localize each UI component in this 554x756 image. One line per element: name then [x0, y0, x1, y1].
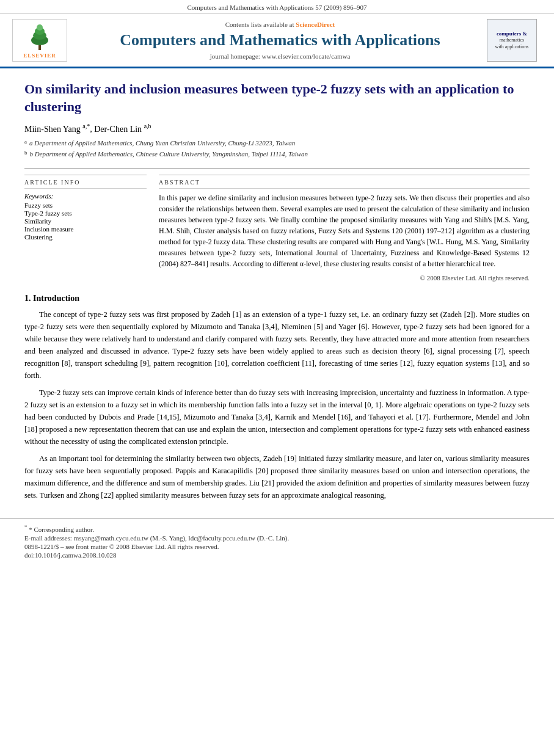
journal-header: ELSEVIER Contents lists available at Sci… — [0, 14, 554, 68]
keywords-label: Keywords: — [24, 192, 147, 200]
journal-title: Computers and Mathematics with Applicati… — [73, 31, 487, 49]
doi-note: doi:10.1016/j.camwa.2008.10.028 — [24, 551, 530, 559]
sciencedirect-line: Contents lists available at ScienceDirec… — [73, 21, 487, 28]
article-info-column: ARTICLE INFO Keywords: Fuzzy sets Type-2… — [24, 175, 147, 282]
intro-paragraph-2: Type-2 fuzzy sets can improve certain ki… — [24, 387, 530, 448]
affiliation-1: aa Department of Applied Mathematics, Ch… — [24, 138, 530, 148]
keyword-similarity: Similarity — [24, 217, 147, 225]
svg-rect-0 — [38, 45, 41, 50]
sciencedirect-link[interactable]: ScienceDirect — [296, 21, 335, 28]
abstract-header: ABSTRACT — [159, 175, 530, 189]
elsevier-logo-area: ELSEVIER — [12, 19, 73, 62]
affiliations: aa Department of Applied Mathematics, Ch… — [24, 138, 530, 159]
article-title: On similarity and inclusion measures bet… — [24, 81, 530, 115]
header-center-block: Contents lists available at ScienceDirec… — [73, 21, 487, 59]
issn-note: 0898-1221/$ – see front matter © 2008 El… — [24, 543, 530, 550]
affiliation-2: bb Department of Applied Mathematics, Ch… — [24, 149, 530, 159]
intro-paragraph-3: As an important tool for determining the… — [24, 453, 530, 501]
elsevier-tree-icon — [21, 22, 58, 51]
section-1-title: 1. Introduction — [24, 294, 530, 303]
top-citation: Computers and Mathematics with Applicati… — [0, 0, 554, 14]
brand-logo-subtitle: mathematicswith applications — [495, 37, 529, 50]
page-footer: * * Corresponding author. E-mail address… — [0, 518, 554, 562]
journal-brand-logo: computers & mathematicswith applications — [487, 19, 537, 62]
elsevier-text: ELSEVIER — [23, 53, 56, 59]
right-logo-area: computers & mathematicswith applications — [487, 19, 542, 62]
article-info-abstract-section: ARTICLE INFO Keywords: Fuzzy sets Type-2… — [24, 175, 530, 282]
abstract-body: In this paper we define similarity and i… — [159, 192, 530, 269]
article-info-header: ARTICLE INFO — [24, 175, 147, 189]
keyword-fuzzy-sets: Fuzzy sets — [24, 202, 147, 209]
copyright-notice: © 2008 Elsevier Ltd. All rights reserved… — [159, 274, 530, 282]
brand-logo-title: computers & — [497, 31, 527, 38]
svg-point-4 — [37, 24, 43, 31]
keyword-clustering: Clustering — [24, 233, 147, 241]
abstract-column: ABSTRACT In this paper we define similar… — [159, 175, 530, 282]
main-content: On similarity and inclusion measures bet… — [0, 68, 554, 518]
intro-paragraph-1: The concept of type-2 fuzzy sets was fir… — [24, 308, 530, 382]
homepage-line: journal homepage: www.elsevier.com/locat… — [73, 53, 487, 60]
email-note: E-mail addresses: msyang@math.cycu.edu.t… — [24, 534, 530, 542]
authors-line: Miin-Shen Yang a,*, Der-Chen Lin a,b — [24, 123, 530, 134]
corresponding-author-note: * * Corresponding author. — [24, 524, 530, 533]
elsevier-logo-box: ELSEVIER — [12, 19, 67, 62]
header-divider — [24, 168, 530, 169]
keyword-inclusion-measure: Inclusion measure — [24, 225, 147, 233]
keyword-type2-fuzzy-sets: Type-2 fuzzy sets — [24, 209, 147, 217]
